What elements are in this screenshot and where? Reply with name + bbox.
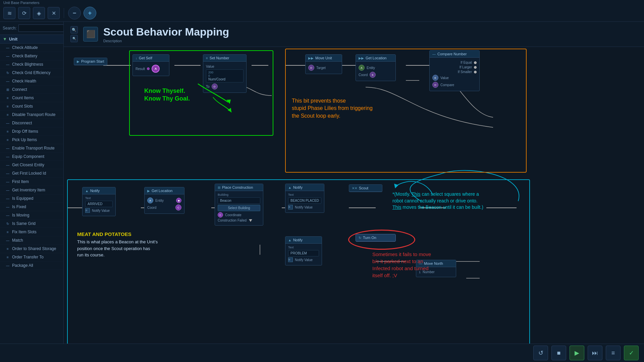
notify-3-text: PROBLEM: [288, 250, 319, 256]
sidebar-item-get-first-locked-id[interactable]: — Get First Locked Id: [0, 169, 63, 178]
sidebar-item-disconnect[interactable]: — Disconnect: [0, 119, 63, 127]
undo-btn[interactable]: ↺: [533, 346, 548, 360]
inventory-icon: —: [5, 188, 10, 192]
sidebar-item-label: Check Health: [12, 79, 36, 83]
node-notify-1-label: Notify: [90, 189, 100, 193]
sidebar-item-pick-up-items[interactable]: ≡ Pick Up Items: [0, 136, 63, 144]
first-item-icon: —: [5, 179, 10, 184]
node-place-construction[interactable]: ⊞ Place Construction Building Beacon Sel…: [215, 184, 263, 226]
toolbar-btn-link[interactable]: ◈: [33, 7, 45, 19]
node-get-self[interactable]: ↓ Get Self Result A: [132, 54, 169, 76]
zoom-in-btn[interactable]: 🔍: [70, 26, 78, 34]
sidebar-item-order-shared-storage[interactable]: ≡ Order to Shared Storage: [0, 245, 63, 253]
toolbar-minus-btn[interactable]: −: [68, 7, 81, 19]
list-btn[interactable]: ≡: [606, 346, 621, 360]
sidebar-item-order-transfer-to[interactable]: ≡ Order Transfer To: [0, 253, 63, 261]
sidebar-item-label: Count Items: [12, 96, 34, 100]
page-header: 🔍 🔍 ⬛ Scout Behavior Mapping Description: [64, 22, 644, 47]
sidebar-item-check-altitude[interactable]: — Check Altitude: [0, 44, 63, 52]
node-notify-1[interactable]: ▲ Notify Text ARRIVED ≡ Notify Value: [82, 187, 116, 216]
sidebar-item-label: Disable Transport Route: [12, 112, 55, 117]
program-start-icon: ▶: [77, 60, 79, 63]
sidebar-item-label: Package All: [12, 263, 33, 268]
if-smaller-port: [474, 71, 477, 73]
sidebar-item-label: Equip Component: [12, 154, 44, 159]
node-move-unit[interactable]: ▶▶ Move Unit D Target: [305, 54, 342, 74]
sidebar-item-check-grid-efficiency[interactable]: ↻ Check Grid Efficiency: [0, 69, 63, 77]
sidebar-item-match[interactable]: — Match: [0, 236, 63, 245]
toolbar-btn-wave[interactable]: ≋: [3, 7, 15, 19]
scout-icon: ✕✕: [352, 186, 357, 190]
search-input[interactable]: [18, 24, 64, 32]
construction-failed-arrow: [249, 219, 252, 222]
sidebar-item-is-moving[interactable]: — Is Moving: [0, 211, 63, 220]
sidebar-item-check-health[interactable]: — Check Health: [0, 77, 63, 85]
toolbar-btn-cross[interactable]: ✕: [48, 7, 60, 19]
sidebar-item-drop-off-items[interactable]: ≡ Drop Off Items: [0, 127, 63, 136]
sidebar-item-disable-transport[interactable]: ≡ Disable Transport Route: [0, 111, 63, 119]
sidebar-item-is-same-grid[interactable]: ↻ Is Same Grid: [0, 220, 63, 228]
sidebar-item-fix-item-slots[interactable]: ≡ Fix Item Slots: [0, 228, 63, 236]
sidebar-item-label: Order Transfer To: [12, 255, 44, 259]
node-get-location-2[interactable]: ▶ Get Location A Entity ◆ Coord C: [144, 187, 184, 214]
sidebar-item-equip-component[interactable]: — Equip Component: [0, 153, 63, 161]
header-zoom-controls: 🔍 🔍: [70, 26, 78, 42]
node-notify-2[interactable]: ▲ Notify Text BEACON PLACED ≡ Notify Val…: [285, 184, 324, 213]
stop-btn[interactable]: ■: [551, 346, 566, 360]
result-port: [147, 67, 150, 70]
sidebar-item-get-closest-entity[interactable]: — Get Closest Entity: [0, 161, 63, 169]
node-move-unit-label: Move Unit: [315, 56, 332, 60]
zoom-out-btn[interactable]: 🔍: [70, 35, 78, 42]
count-slots-icon: ≡: [5, 104, 10, 109]
compare-number-icon: —: [432, 52, 436, 56]
sidebar-item-first-item[interactable]: — First Item: [0, 178, 63, 186]
node-get-location-1[interactable]: ▶▶ Get Location A Entity Coord E: [356, 54, 396, 81]
annotation-scout-note: *(Mostly. This can select squares where …: [392, 191, 483, 211]
sidebar-item-check-battery[interactable]: — Check Battery: [0, 52, 63, 60]
disable-transport-icon: ≡: [5, 112, 10, 117]
check-btn[interactable]: ✓: [624, 346, 639, 360]
match-icon: —: [5, 238, 10, 243]
sidebar-item-is-fixed[interactable]: — Is Fixed: [0, 203, 63, 211]
target-d-port: D: [308, 65, 314, 71]
notify-2-value-icon: ≡: [288, 205, 293, 209]
sidebar-item-label: Is Fixed: [12, 204, 26, 209]
get-location-1-icon: ▶▶: [359, 56, 364, 60]
notify-1-icon: ▲: [85, 189, 89, 193]
sidebar-item-label: Order to Shared Storage: [12, 246, 56, 251]
node-scout[interactable]: ✕✕ Scout: [349, 184, 382, 192]
notify-1-value-icon: ≡: [85, 208, 90, 213]
sidebar-item-label: Check Grid Efficiency: [12, 70, 51, 75]
node-program-start[interactable]: ▶ Program Start: [74, 58, 107, 65]
play-btn[interactable]: ▶: [570, 346, 584, 360]
skip-btn[interactable]: ⏭: [588, 346, 602, 360]
is-moving-icon: —: [5, 213, 10, 218]
check-altitude-icon: —: [5, 45, 10, 50]
sidebar-section-unit[interactable]: ▼ Unit: [0, 35, 63, 44]
main-canvas[interactable]: ▶ Program Start ↓ Get Self Result A ≡ Se…: [64, 47, 644, 344]
sidebar-item-count-items[interactable]: ≡ Count Items: [0, 94, 63, 102]
closest-entity-icon: —: [5, 163, 10, 167]
coord-c2-port: C: [218, 212, 223, 218]
sidebar-item-connect[interactable]: ⊞ Connect: [0, 85, 63, 94]
sidebar-item-package-all[interactable]: — Package All: [0, 261, 63, 270]
node-compare-number-label: Compare Number: [437, 52, 467, 56]
node-turn-on[interactable]: ↻ Turn On: [356, 234, 396, 242]
node-set-number[interactable]: ≡ Set Number Value 200 0 Num/Coord To D: [203, 54, 247, 93]
sidebar-item-label: Get Closest Entity: [12, 163, 44, 167]
compare-d-port: D: [432, 82, 438, 88]
sidebar-item-count-slots[interactable]: ≡ Count Slots: [0, 102, 63, 111]
sidebar-item-label: Check Blightness: [12, 62, 43, 67]
toolbar-plus-btn[interactable]: +: [84, 7, 96, 19]
toolbar-btn-rotate[interactable]: ⟳: [18, 7, 30, 19]
node-turn-on-label: Turn On: [363, 236, 376, 240]
sidebar-item-label: Disconnect: [12, 121, 32, 125]
sidebar-item-enable-transport[interactable]: — Enable Transport Route: [0, 144, 63, 153]
select-building-btn[interactable]: Select Building: [218, 205, 260, 211]
sidebar-item-get-inventory-item[interactable]: — Get Inventory Item: [0, 186, 63, 194]
sidebar-item-check-blightness[interactable]: — Check Blightness: [0, 60, 63, 69]
node-compare-number[interactable]: — Compare Number If Equal If Larger If S…: [429, 50, 480, 91]
node-notify-3[interactable]: ▲ Notify Text PROBLEM ≡ Notify Value: [285, 236, 322, 265]
sidebar-item-is-equipped[interactable]: — Is Equipped: [0, 194, 63, 203]
sidebar: Search: ▼ Unit — Check Altitude — Check …: [0, 22, 64, 344]
